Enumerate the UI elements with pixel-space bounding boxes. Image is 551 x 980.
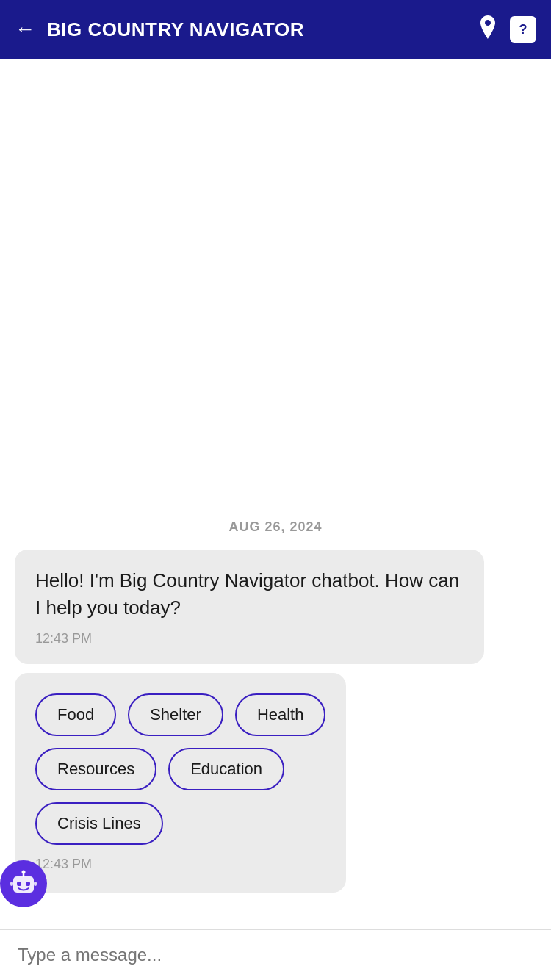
quick-reply-food[interactable]: Food [35, 693, 116, 736]
message-input[interactable] [18, 945, 533, 965]
quick-reply-education[interactable]: Education [168, 748, 284, 790]
svg-point-4 [22, 871, 26, 874]
messages-container: Hello! I'm Big Country Navigator chatbot… [0, 550, 551, 893]
bot-avatar [0, 860, 47, 907]
quick-replies-grid: Food Shelter Health Resources Education … [35, 693, 325, 845]
bot-message: Hello! I'm Big Country Navigator chatbot… [15, 550, 484, 664]
back-button[interactable]: ← [15, 18, 35, 41]
quick-replies-row-2: Resources Education [35, 748, 325, 790]
date-separator: AUG 26, 2024 [0, 519, 551, 535]
svg-rect-6 [34, 882, 37, 886]
quick-reply-health[interactable]: Health [235, 693, 326, 736]
message-time: 12:43 PM [35, 631, 464, 646]
quick-replies-bubble: Food Shelter Health Resources Education … [15, 673, 346, 893]
help-button[interactable]: ? [510, 16, 536, 43]
app-header: ← BIG COUNTRY NAVIGATOR ? [0, 0, 551, 59]
quick-reply-resources[interactable]: Resources [35, 748, 156, 790]
chat-area: AUG 26, 2024 Hello! I'm Big Country Navi… [0, 59, 551, 893]
quick-reply-shelter[interactable]: Shelter [128, 693, 223, 736]
location-icon[interactable] [478, 15, 498, 44]
svg-rect-2 [26, 882, 30, 886]
header-icons: ? [478, 15, 536, 44]
message-text: Hello! I'm Big Country Navigator chatbot… [35, 567, 464, 622]
quick-replies-time: 12:43 PM [35, 857, 325, 872]
svg-rect-1 [17, 882, 21, 886]
svg-rect-5 [10, 882, 13, 886]
quick-reply-crisis-lines[interactable]: Crisis Lines [35, 802, 163, 845]
app-title: BIG COUNTRY NAVIGATOR [47, 18, 478, 41]
quick-replies-row-1: Food Shelter Health [35, 693, 325, 736]
quick-replies-row-3: Crisis Lines [35, 802, 325, 845]
message-input-area [0, 929, 551, 980]
